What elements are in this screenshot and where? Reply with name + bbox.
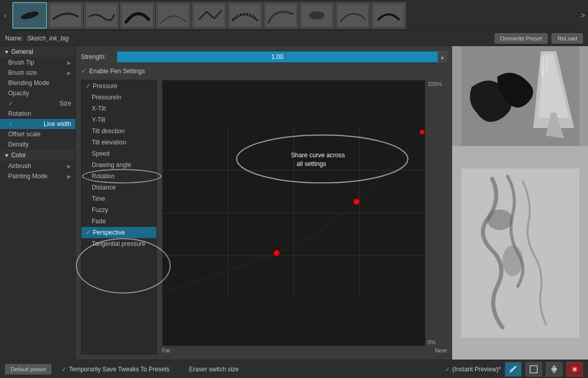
- bottom-right: ✓ (Instant Preview)*: [445, 362, 583, 376]
- brush-thumb-11[interactable]: [371, 2, 406, 29]
- strength-label: Strength:: [81, 53, 117, 60]
- instant-preview-row: ✓ (Instant Preview)*: [445, 366, 501, 373]
- brush-thumb-9[interactable]: [299, 2, 334, 29]
- brush-thumb-10[interactable]: [335, 2, 370, 29]
- sidebar-item-brushsize[interactable]: Brush size ▶: [0, 68, 75, 78]
- instant-label: (Instant Preview)*: [452, 366, 501, 373]
- temp-save-label: Temporarily Save Tweaks To Presets: [69, 366, 169, 373]
- sensor-distance[interactable]: Distance: [82, 182, 156, 193]
- sensor-drawingangle[interactable]: Drawing angle: [82, 159, 156, 171]
- svg-rect-7: [230, 4, 260, 27]
- brush-thumb-8[interactable]: [263, 2, 298, 29]
- curve-graph[interactable]: Share curve across all settings: [162, 80, 425, 346]
- sidebar-item-density[interactable]: Density: [0, 139, 75, 150]
- svg-point-21: [420, 130, 424, 134]
- brush-name-display: Name: Sketch_ink_big: [5, 35, 69, 42]
- brush-prev-btn[interactable]: ‹: [0, 0, 10, 31]
- sidebar-item-blendingmode[interactable]: Blending Mode: [0, 78, 75, 88]
- reset-btn[interactable]: [566, 362, 583, 376]
- bottom-bar: Default preset ✓ Temporarily Save Tweaks…: [0, 360, 588, 378]
- brush-next-btn[interactable]: >: [578, 0, 588, 31]
- sidebar-item-airbrush[interactable]: Airbrush ▶: [0, 161, 75, 171]
- sensor-pressurein[interactable]: PressureIn: [82, 92, 156, 103]
- graph-right-label: Near: [435, 347, 447, 353]
- svg-rect-11: [337, 4, 368, 27]
- pen-settings-row[interactable]: ✓ Enable Pen Settings: [81, 68, 447, 75]
- sidebar-section-general[interactable]: ▼ General: [0, 46, 75, 57]
- brush-thumb-1[interactable]: [12, 2, 47, 29]
- svg-point-10: [309, 11, 325, 19]
- sidebar: ▼ General Brush Tip ▶ Brush size ▶ Blend…: [0, 46, 76, 360]
- sensor-speed[interactable]: Speed: [82, 148, 156, 159]
- svg-rect-29: [541, 56, 544, 77]
- brush-thumb-2[interactable]: [48, 2, 83, 29]
- brush-thumb-5[interactable]: [156, 2, 191, 29]
- color-arrow-icon: ▼: [4, 153, 9, 158]
- strength-slider-track[interactable]: [117, 51, 438, 62]
- sidebar-item-rotation[interactable]: Rotation: [0, 109, 75, 119]
- strength-row: Strength: 1.00 ▲: [81, 51, 447, 62]
- brush-thumbnails: [10, 0, 578, 31]
- opacity-label: Opacity: [8, 90, 29, 97]
- sidebar-item-brushtip[interactable]: Brush Tip ▶: [0, 57, 75, 68]
- sensor-fade[interactable]: Fade: [82, 216, 156, 227]
- sensor-perspective[interactable]: Perspective: [82, 227, 156, 238]
- sidebar-item-size[interactable]: Size: [0, 98, 75, 109]
- strength-slider-container: 1.00: [117, 51, 438, 62]
- brush-tool-btn[interactable]: [505, 362, 521, 376]
- sidebar-section-color-label: Color: [11, 152, 26, 159]
- preview-top-image: [452, 46, 588, 146]
- sidebar-item-opacity[interactable]: Opacity: [0, 88, 75, 98]
- brush-bar: ‹: [0, 0, 588, 31]
- airbrush-arrow-icon: ▶: [67, 163, 71, 169]
- strength-up-btn[interactable]: ▲: [438, 51, 447, 62]
- sidebar-item-paintingmode[interactable]: Painting Mode ▶: [0, 171, 75, 181]
- brush-thumb-6[interactable]: [192, 2, 227, 29]
- right-preview: [452, 46, 588, 360]
- pen-settings-check: ✓: [81, 68, 86, 75]
- svg-rect-34: [461, 169, 579, 338]
- linewidth-label: Line width: [44, 120, 71, 128]
- sensor-fuzzy[interactable]: Fuzzy: [82, 204, 156, 216]
- sensor-ytilt[interactable]: Y-Tilt: [82, 114, 156, 125]
- instant-check: ✓: [445, 366, 450, 373]
- graph-bottom-pct: 0%: [428, 339, 445, 345]
- svg-text:all settings: all settings: [297, 160, 327, 167]
- brushtip-label: Brush Tip: [8, 59, 34, 66]
- brush-thumb-3[interactable]: [84, 2, 119, 29]
- svg-point-37: [553, 368, 556, 371]
- sensor-xtilt[interactable]: X-Tilt: [82, 103, 156, 114]
- svg-point-35: [510, 371, 512, 373]
- canvas-btn[interactable]: [525, 362, 542, 376]
- sensor-tangential[interactable]: Tangential pressure: [82, 238, 156, 249]
- sidebar-section-general-label: General: [11, 48, 33, 55]
- svg-rect-30: [546, 59, 548, 74]
- graph-bottom-labels: Far Near: [162, 346, 447, 354]
- svg-rect-8: [266, 4, 296, 27]
- brush-thumb-7[interactable]: [228, 2, 262, 29]
- rotation-label: Rotation: [8, 110, 31, 117]
- overwrite-preset-btn[interactable]: Overwrite Preset: [495, 33, 548, 44]
- sidebar-item-linewidth[interactable]: Line width: [0, 119, 75, 129]
- preview-bottom-image: [452, 146, 588, 360]
- svg-text:Share curve across: Share curve across: [291, 152, 344, 159]
- size-label: Size: [59, 100, 71, 107]
- name-prefix: Name:: [5, 35, 23, 42]
- eraser-label: Eraser switch size: [189, 366, 239, 373]
- density-label: Density: [8, 141, 29, 148]
- fill-btn[interactable]: [546, 362, 562, 376]
- reload-btn[interactable]: ReLoad: [552, 33, 583, 44]
- graph-top-pct: 100%: [428, 81, 445, 87]
- graph-left-label: Far: [162, 347, 171, 353]
- sidebar-section-color[interactable]: ▼ Color: [0, 150, 75, 161]
- sensor-rotation[interactable]: Rotation: [82, 171, 156, 182]
- brush-name-value: Sketch_ink_big: [27, 35, 69, 42]
- sensor-tiltelevation[interactable]: Tilt elevation: [82, 137, 156, 148]
- sensor-pressure[interactable]: Pressure: [82, 80, 156, 92]
- sidebar-item-offsetscale[interactable]: Offset scale: [0, 129, 75, 139]
- sensor-tiltdirection[interactable]: Tilt direction: [82, 125, 156, 137]
- sensor-time[interactable]: Time: [82, 193, 156, 204]
- sensor-list: Pressure PressureIn X-Tilt Y-Tilt Tilt d…: [81, 80, 157, 354]
- brush-thumb-4[interactable]: [120, 2, 155, 29]
- default-preset-btn[interactable]: Default preset: [5, 364, 51, 374]
